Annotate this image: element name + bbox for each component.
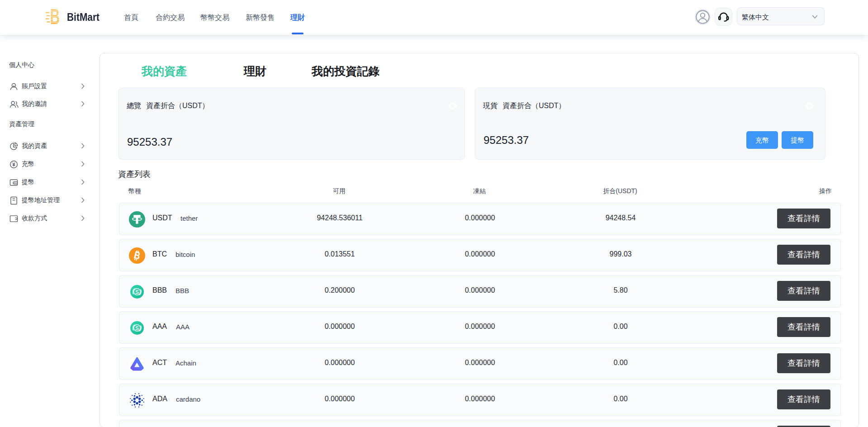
svg-text:S: S	[135, 325, 139, 332]
svg-text:S: S	[135, 289, 139, 295]
svg-text:B: B	[50, 5, 60, 25]
